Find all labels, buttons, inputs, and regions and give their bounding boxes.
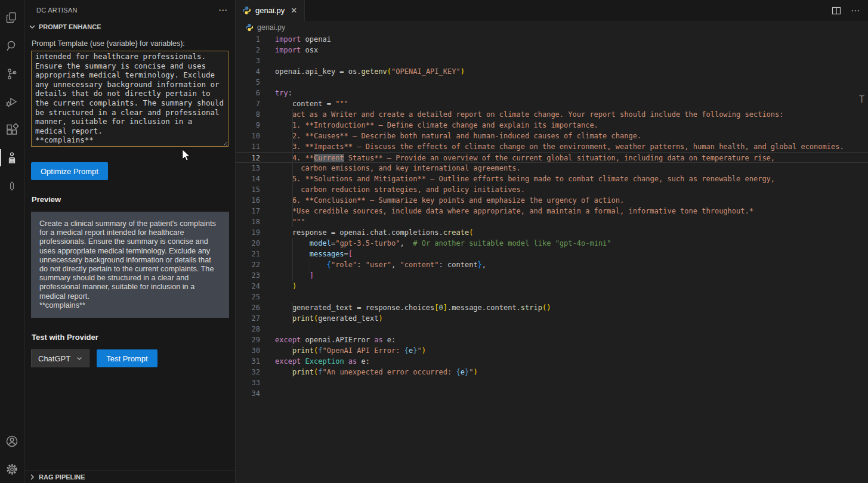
- code-line[interactable]: 2import osx: [236, 45, 868, 55]
- line-content: except openai.APIError as e:: [275, 335, 868, 345]
- code-token: f: [318, 346, 322, 355]
- optimize-prompt-button[interactable]: Optimize Prompt: [31, 162, 108, 180]
- code-line[interactable]: 20 model="gpt-3.5-turbo", # Or another s…: [236, 238, 868, 249]
- code-line[interactable]: 24 ): [236, 281, 868, 292]
- code-line[interactable]: 16 6. **Conclusion** – Summarize key poi…: [236, 195, 868, 206]
- code-token: 3. **Impacts** – Discuss the effects of …: [275, 143, 844, 151]
- code-token: ]: [275, 271, 314, 280]
- code-token: openai.APIError: [301, 336, 374, 344]
- code-token: ): [422, 346, 426, 355]
- code-line[interactable]: 26 generated_text = response.choices[0].…: [236, 302, 868, 313]
- code-line[interactable]: 33: [236, 377, 868, 388]
- code-line[interactable]: 34: [236, 388, 868, 399]
- code-token: print: [292, 346, 314, 355]
- code-token: 2. **Causes** – Describe both natural an…: [275, 132, 641, 140]
- code-token: generated_text: [318, 314, 378, 323]
- code-token: {: [275, 261, 331, 269]
- line-number: 12: [236, 153, 260, 162]
- code-line[interactable]: 4openai.api_key = os.getenv("OPENAI_API_…: [236, 66, 868, 77]
- breadcrumb[interactable]: genai.py: [236, 21, 868, 34]
- line-content: import osx: [275, 45, 868, 55]
- line-number: 3: [236, 55, 260, 66]
- code-line[interactable]: 23 ]: [236, 270, 868, 281]
- code-line[interactable]: 10 2. **Causes** – Describe both natural…: [236, 131, 868, 141]
- section-prompt-enhance[interactable]: PROMPT ENHANCE: [24, 20, 235, 33]
- explorer-icon[interactable]: [0, 4, 24, 32]
- line-content: [275, 292, 868, 302]
- code-line[interactable]: 21 messages=[: [236, 249, 868, 259]
- line-content: [275, 55, 868, 66]
- code-token: (: [469, 228, 473, 237]
- split-editor-icon[interactable]: [832, 6, 841, 16]
- code-line[interactable]: 12 4. **Current Status** – Provide an ov…: [236, 152, 868, 163]
- code-line[interactable]: 28: [236, 324, 868, 335]
- source-control-icon[interactable]: [0, 60, 24, 88]
- code-token: :: [357, 261, 365, 269]
- line-number: 28: [236, 324, 260, 335]
- code-token: e:: [357, 357, 370, 366]
- code-line[interactable]: 19 response = openai.chat.completions.cr…: [236, 227, 868, 238]
- line-number: 6: [236, 88, 260, 98]
- code-line[interactable]: 13 carbon emissions, and key internation…: [236, 163, 868, 174]
- code-line[interactable]: 30 print(f"OpenAI API Error: {e}"): [236, 345, 868, 356]
- code-line[interactable]: 27 print(generated_text): [236, 313, 868, 324]
- run-debug-icon[interactable]: [0, 88, 24, 116]
- code-token: "gpt-3.5-turbo": [335, 239, 400, 247]
- indent-guide: [292, 238, 293, 249]
- code-line[interactable]: 5: [236, 77, 868, 88]
- code-token: e: [461, 368, 465, 376]
- indent-guide: [292, 195, 293, 206]
- close-icon[interactable]: ✕: [289, 5, 299, 16]
- sidebar-more-actions-icon[interactable]: ⋯: [218, 7, 228, 13]
- code-token: openai: [301, 35, 331, 44]
- extensions-icon[interactable]: [0, 116, 24, 144]
- code-token: "content": [400, 261, 439, 269]
- python-icon: [245, 23, 254, 32]
- search-icon[interactable]: [0, 32, 24, 60]
- code-line[interactable]: 6try:: [236, 88, 868, 98]
- dc-artisan-icon[interactable]: [0, 144, 24, 172]
- code-line[interactable]: 29except openai.APIError as e:: [236, 335, 868, 345]
- code-line[interactable]: 9 1. **Introduction** – Define climate c…: [236, 120, 868, 131]
- code-token: response = openai.chat.completions.: [275, 228, 443, 237]
- code-line[interactable]: 22 {"role": "user", "content": content},: [236, 259, 868, 270]
- line-content: [275, 77, 868, 88]
- code-token: : content: [439, 261, 478, 269]
- code-line[interactable]: 3: [236, 55, 868, 66]
- code-line[interactable]: 11 3. **Impacts** – Discuss the effects …: [236, 141, 868, 152]
- section-label: PROMPT ENHANCE: [39, 23, 101, 30]
- dc-artisan-prompts-icon[interactable]: [0, 172, 24, 200]
- code-token: [: [348, 250, 353, 258]
- code-token: "OpenAI API Error:: [323, 346, 404, 355]
- provider-select[interactable]: ChatGPT: [31, 349, 89, 367]
- code-line[interactable]: 7 content = """: [236, 98, 868, 109]
- line-content: except Exception as e:: [275, 356, 868, 367]
- code-line[interactable]: 1import openai: [236, 34, 868, 45]
- section-rag-pipeline[interactable]: RAG PIPELINE: [24, 470, 235, 483]
- more-actions-icon[interactable]: ⋯: [851, 8, 860, 13]
- code-token: e:: [383, 336, 396, 344]
- code-line[interactable]: 8 act as a Writer and create a detailed …: [236, 109, 868, 120]
- code-line[interactable]: 15 carbon reduction strategies, and poli…: [236, 184, 868, 195]
- code-token: create: [443, 228, 469, 237]
- code-line[interactable]: 17 *Use credible sources, include data w…: [236, 206, 868, 216]
- code-token: osx: [301, 46, 318, 54]
- line-content: 4. **Current Status** – Provide an overv…: [275, 153, 868, 162]
- line-content: carbon reduction strategies, and policy …: [275, 184, 868, 195]
- prompt-template-input[interactable]: intended for healthcare professionals. E…: [31, 51, 228, 147]
- code-token: [301, 357, 305, 366]
- code-line[interactable]: 14 5. **Solutions and Mitigation** – Out…: [236, 174, 868, 184]
- code-token: "An unexpected error occurred:: [323, 368, 456, 376]
- account-icon[interactable]: [0, 427, 24, 455]
- tab-genai-py[interactable]: genai.py ✕: [236, 0, 305, 21]
- code-line[interactable]: 18 """: [236, 216, 868, 227]
- code-line[interactable]: 25: [236, 292, 868, 302]
- code-token: """: [335, 100, 348, 108]
- code-token: as: [348, 357, 357, 366]
- code-token: (: [387, 67, 391, 76]
- code-token: *Use credible sources, include data wher…: [275, 207, 753, 215]
- code-line[interactable]: 32 print(f"An unexpected error occurred:…: [236, 367, 868, 377]
- code-line[interactable]: 31except Exception as e:: [236, 356, 868, 367]
- settings-gear-icon[interactable]: [0, 455, 24, 483]
- test-prompt-button[interactable]: Test Prompt: [97, 349, 157, 367]
